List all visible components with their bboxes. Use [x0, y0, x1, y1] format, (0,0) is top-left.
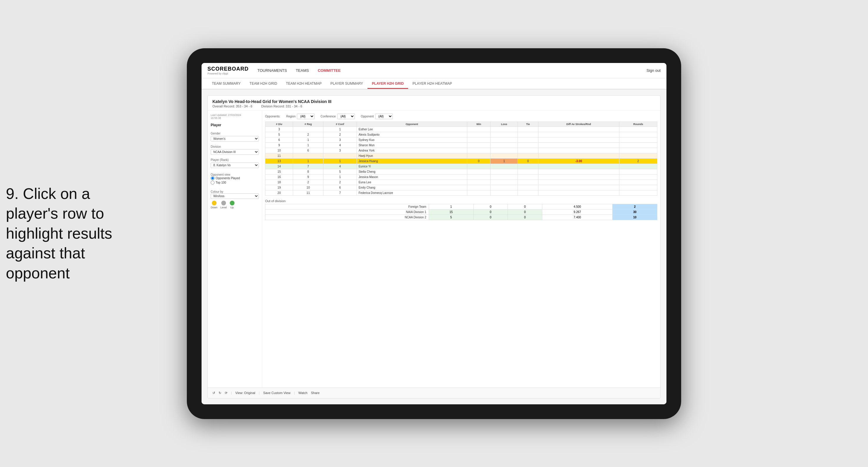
- tab-team-h2h-heatmap[interactable]: TEAM H2H HEATMAP: [282, 79, 326, 89]
- division-label: Division: [211, 145, 259, 148]
- grid-cell: [467, 143, 491, 148]
- grid-cell: [518, 127, 538, 132]
- grid-cell: [518, 190, 538, 195]
- redo-btn[interactable]: ↻: [219, 391, 221, 395]
- top-100-radio[interactable]: Top 100: [211, 181, 259, 185]
- grid-cell: 1: [323, 127, 356, 132]
- grid-cell: 10: [266, 148, 293, 153]
- table-row[interactable]: 1691Jessica Mason: [266, 174, 657, 180]
- tab-player-summary[interactable]: PLAYER SUMMARY: [326, 79, 368, 89]
- ood-table-row[interactable]: Foreign Team1004.5002: [266, 204, 657, 209]
- opponent-cell: Euna Lee: [356, 180, 467, 185]
- grid-cell: [619, 132, 657, 137]
- table-row[interactable]: 19106Emily Chang: [266, 185, 657, 190]
- view-original-btn[interactable]: View: Original: [236, 391, 255, 395]
- grid-cell: 11: [293, 190, 323, 195]
- grid-cell: [619, 148, 657, 153]
- table-row[interactable]: 1063Andrea York: [266, 148, 657, 153]
- grid-cell: [619, 169, 657, 174]
- grid-cell: 7: [293, 164, 323, 169]
- ood-table-row[interactable]: NAIA Division 115009.26730: [266, 209, 657, 215]
- col-win: Win: [467, 122, 491, 127]
- region-filter: Region (All): [286, 114, 315, 119]
- forward-btn[interactable]: ⟳: [225, 391, 227, 395]
- grid-cell: 11: [266, 153, 293, 158]
- tab-player-h2h-heatmap[interactable]: PLAYER H2H HEATMAP: [408, 79, 456, 89]
- grid-cell: [619, 164, 657, 169]
- grid-cell: 3: [266, 127, 293, 132]
- table-row[interactable]: 11Haeji Hyun: [266, 153, 657, 158]
- opponents-played-radio[interactable]: Opponents Played: [211, 176, 259, 180]
- opponent-cell: Emily Chang: [356, 185, 467, 190]
- region-select[interactable]: (All): [297, 114, 314, 119]
- opponents-played-input[interactable]: [211, 176, 215, 180]
- ood-stat-cell: 0: [508, 209, 542, 215]
- table-row[interactable]: 1822Euna Lee: [266, 180, 657, 185]
- dot-level: [221, 201, 226, 206]
- opponent-cell: Andrea York: [356, 148, 467, 153]
- ood-stat-cell: 15: [429, 209, 473, 215]
- sign-out-button[interactable]: Sign out: [646, 68, 660, 73]
- grid-cell: [491, 137, 518, 143]
- tablet-frame: SCOREBOARD Powered by clippi TOURNAMENTS…: [187, 48, 681, 419]
- grid-cell: [518, 132, 538, 137]
- colour-by-select[interactable]: Win/loss: [211, 193, 259, 199]
- save-custom-view-btn[interactable]: Save Custom View: [263, 391, 290, 395]
- grid-cell: 3: [323, 148, 356, 153]
- grid-cell: 6: [293, 148, 323, 153]
- share-btn[interactable]: Share: [311, 391, 319, 395]
- nav-teams[interactable]: TEAMS: [296, 67, 309, 74]
- grid-cell: 6: [266, 137, 293, 143]
- grid-cell: [293, 153, 323, 158]
- watch-btn[interactable]: Watch: [298, 391, 308, 395]
- table-row[interactable]: 1474Eunice Yi: [266, 164, 657, 169]
- grid-cell: 9: [266, 143, 293, 148]
- tab-team-h2h-grid[interactable]: TEAM H2H GRID: [245, 79, 282, 89]
- grid-cell: 8: [293, 169, 323, 174]
- grid-cell: 19: [266, 185, 293, 190]
- gender-select[interactable]: Women's: [211, 136, 259, 142]
- table-row[interactable]: 1311Jessica Huang010-3.002: [266, 158, 657, 164]
- table-row[interactable]: 31Esther Lee: [266, 127, 657, 132]
- player-rank-select[interactable]: 8. Katelyn Vo: [211, 162, 259, 168]
- table-row[interactable]: 914Sharon Mun: [266, 143, 657, 148]
- bottom-toolbar: ↺ ↻ ⟳ | View: Original | Save Custom Vie…: [208, 387, 660, 398]
- grid-cell: [538, 169, 619, 174]
- undo-btn[interactable]: ↺: [212, 391, 215, 395]
- ood-rounds-cell: 30: [613, 209, 657, 215]
- grid-cell: [619, 174, 657, 180]
- grid-cell: -3.00: [538, 158, 619, 164]
- ood-rounds-cell: 10: [613, 215, 657, 220]
- player-rank-row: Player (Rank) 8. Katelyn Vo: [211, 158, 259, 168]
- tab-team-summary[interactable]: TEAM SUMMARY: [208, 79, 245, 89]
- step-annotation: 9. Click on a player's row to highlight …: [6, 184, 115, 283]
- grid-cell: 0: [467, 158, 491, 164]
- division-select[interactable]: NCAA Division III: [211, 149, 259, 155]
- logo: SCOREBOARD Powered by clippi: [208, 66, 249, 75]
- ood-table-row[interactable]: NCAA Division 25007.40010: [266, 215, 657, 220]
- grid-cell: [538, 143, 619, 148]
- col-diff: Diff Av Strokes/Rnd: [538, 122, 619, 127]
- grid-cell: 1: [293, 137, 323, 143]
- conference-select[interactable]: (All): [337, 114, 355, 119]
- grid-cell: [518, 148, 538, 153]
- step-text: Click on a player's row to highlight res…: [6, 185, 112, 282]
- table-row[interactable]: 20117Federica Domecq Lacroze: [266, 190, 657, 195]
- grid-cell: [518, 185, 538, 190]
- grid-cell: 18: [266, 180, 293, 185]
- player-section: Player: [211, 123, 259, 128]
- opponent-view-label: Opponent view: [211, 173, 259, 176]
- top-100-input[interactable]: [211, 181, 215, 185]
- grid-cell: 7: [323, 190, 356, 195]
- opponent-select[interactable]: (All): [375, 114, 393, 119]
- table-row[interactable]: 1585Stella Cheng: [266, 169, 657, 174]
- nav-tournaments[interactable]: TOURNAMENTS: [257, 67, 287, 74]
- table-row[interactable]: 613Sydney Kuo: [266, 137, 657, 143]
- tab-player-h2h-grid[interactable]: PLAYER H2H GRID: [368, 79, 408, 89]
- opponent-cell: Alexis Sudijanto: [356, 132, 467, 137]
- nav-committee[interactable]: COMMITTEE: [318, 67, 341, 74]
- grid-cell: 2: [323, 132, 356, 137]
- table-row[interactable]: 522Alexis Sudijanto: [266, 132, 657, 137]
- colour-section: Colour by Win/loss Down: [211, 190, 259, 209]
- logo-title: SCOREBOARD: [208, 66, 249, 72]
